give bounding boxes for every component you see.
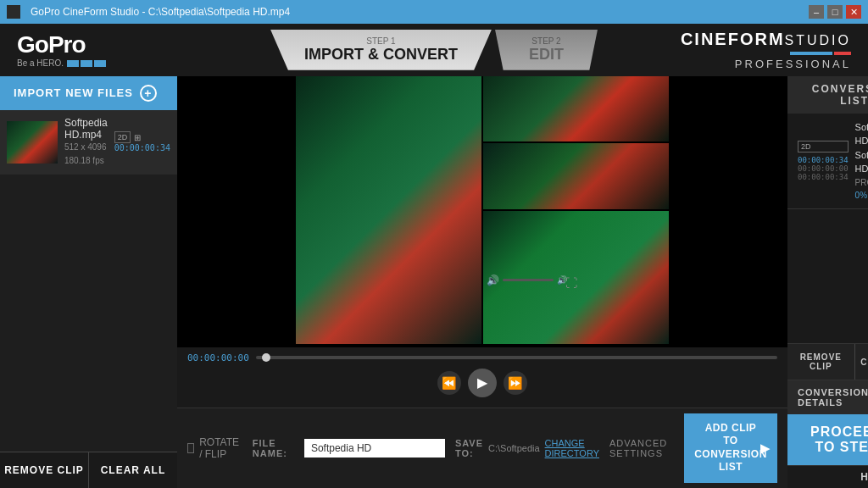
header: GoPro Be a HERO. STEP 1 IMPORT & CONVERT…	[0, 24, 868, 76]
save-to-group: SAVE TO: C:\Softpedia CHANGE DIRECTORY	[455, 438, 599, 458]
video-cell-main	[296, 76, 481, 344]
help-bar: HELP ?	[787, 465, 868, 488]
maximize-button[interactable]: □	[827, 5, 843, 19]
main-content: IMPORT NEW FILES + Softpedia HD.mp4 512 …	[0, 76, 868, 488]
proceed-to-step-button[interactable]: PROCEEDTO STEP 2	[787, 414, 868, 465]
step2-name: EDIT	[529, 46, 564, 64]
file-list: Softpedia HD.mp4 512 x 4096 180.18 fps 2…	[0, 110, 177, 452]
conv-processing-label: PROCESSING 0%	[855, 176, 868, 202]
file-thumbnail	[7, 121, 58, 164]
import-btn-label: IMPORT NEW FILES	[14, 86, 133, 99]
conversion-list-header: CONVERSION LIST	[787, 76, 868, 114]
advanced-settings-link[interactable]: ADVANCED SETTINGS	[609, 438, 674, 458]
center-panel: 🔊 🔊 ⛶ 00:00:00:00 ⏪ ▶ ⏩	[177, 76, 787, 488]
step1-tab[interactable]: STEP 1 IMPORT & CONVERT	[270, 30, 492, 70]
bar2	[81, 60, 92, 67]
left-panel-bottom-buttons: REMOVE CLIP CLEAR ALL	[0, 452, 177, 488]
cf-bar-red	[834, 52, 851, 55]
conv-item-info: Softpedia HD.mp4 Softpedia HD.avi PROCES…	[855, 120, 868, 202]
title-bar: GoPro CineForm Studio - C:\Softpedia\Sof…	[0, 0, 868, 24]
minimize-button[interactable]: –	[809, 5, 824, 19]
volume-area: 🔊 🔊	[487, 274, 567, 286]
conv-filename1: Softpedia HD.mp4	[855, 120, 868, 148]
filename-label: FILE NAME:	[253, 438, 299, 458]
app-icon	[7, 5, 20, 19]
steps-container: STEP 1 IMPORT & CONVERT STEP 2 EDIT	[270, 30, 598, 70]
bottom-controls: ROTATE / FLIP FILE NAME: SAVE TO: C:\Sof…	[177, 408, 787, 488]
add-to-conversion-list-button[interactable]: ADD CLIP TO CONVERSION LIST ▶	[684, 413, 777, 483]
conv-processing-value: 0%	[855, 191, 867, 200]
add-btn-line1: ADD CLIP TO	[698, 422, 764, 448]
file-name: Softpedia HD.mp4	[64, 117, 108, 141]
file-dimension: 512 x 4096	[64, 141, 108, 154]
gopro-tagline: Be a HERO.	[17, 58, 106, 68]
gopro-logo: GoPro Be a HERO.	[17, 31, 106, 68]
cineform-logo: CINEFORM STUDIO PROFESSIONAL	[681, 30, 851, 70]
video-subcell-br	[483, 143, 669, 209]
clear-all-button[interactable]: CLEAR ALL	[89, 452, 177, 488]
change-directory-link[interactable]: CHANGE DIRECTORY	[545, 438, 599, 458]
import-new-files-button[interactable]: IMPORT NEW FILES +	[0, 76, 177, 110]
rewind-button[interactable]: ⏪	[437, 371, 461, 395]
saveto-path: C:\Softpedia	[488, 443, 540, 453]
filename-field-group: FILE NAME:	[253, 438, 445, 458]
conv-duration: 00:00:00:34	[798, 156, 849, 164]
right-remove-clip-button[interactable]: REMOVE CLIP	[787, 344, 855, 380]
conv-details-label: CONVERSION DETAILS	[798, 387, 868, 408]
conv-badge-2d: 2D	[798, 141, 849, 152]
remove-clip-button[interactable]: REMOVE CLIP	[0, 452, 89, 488]
fast-forward-button[interactable]: ⏩	[504, 371, 527, 395]
close-button[interactable]: ✕	[846, 5, 861, 19]
timeline-handle[interactable]	[262, 353, 270, 362]
fullscreen-button[interactable]: ⛶	[565, 276, 577, 290]
window-controls: – □ ✕	[809, 5, 861, 19]
volume-icon: 🔊	[487, 274, 499, 286]
filename-input[interactable]	[304, 439, 445, 458]
timeline-bar[interactable]	[256, 356, 777, 359]
cineform-brand: CINEFORM	[681, 30, 785, 49]
window-title: GoPro CineForm Studio - C:\Softpedia\Sof…	[31, 6, 290, 18]
conversion-list-spacer	[787, 209, 868, 343]
video-preview-area: 🔊 🔊 ⛶	[177, 76, 787, 347]
play-button[interactable]: ▶	[468, 369, 497, 397]
timeline: 00:00:00:00	[187, 352, 777, 363]
file-meta: 512 x 4096 180.18 fps	[64, 141, 108, 168]
step1-name: IMPORT & CONVERT	[304, 46, 458, 64]
step2-tab[interactable]: STEP 2 EDIT	[495, 30, 598, 70]
video-cell-right	[483, 76, 669, 209]
help-label: HELP	[860, 471, 868, 483]
add-btn-line2: CONVERSION LIST	[694, 448, 767, 474]
controls-area: 00:00:00:00 ⏪ ▶ ⏩	[177, 347, 787, 408]
cf-bar-blue	[790, 52, 832, 55]
conv-item-badges: 2D 00:00:00:34 00:00:00:00 00:00:00:34	[798, 141, 849, 181]
left-panel: IMPORT NEW FILES + Softpedia HD.mp4 512 …	[0, 76, 177, 488]
volume-bar[interactable]	[503, 279, 554, 281]
timecode-display: 00:00:00:00	[187, 352, 249, 363]
badge-camera: ⊞	[134, 133, 141, 142]
proceed-label: PROCEEDTO STEP	[810, 424, 868, 455]
gopro-brand-text: GoPro	[17, 31, 106, 58]
cineform-tier: PROFESSIONAL	[681, 58, 851, 70]
right-clear-all-button[interactable]: cLEAR ALL	[855, 344, 868, 380]
video-cell-bottom-right	[296, 346, 481, 347]
step2-label: STEP 2	[529, 36, 564, 46]
gopro-bars	[67, 60, 106, 67]
rotate-flip-checkbox[interactable]	[187, 443, 194, 453]
conv-timecode-start: 00:00:00:00	[798, 164, 849, 173]
file-details: Softpedia HD.mp4 512 x 4096 180.18 fps	[64, 117, 108, 168]
rotate-flip-label: ROTATE / FLIP	[199, 436, 242, 460]
rotate-flip-control: ROTATE / FLIP	[187, 436, 242, 460]
video-subcell-tr	[483, 76, 669, 142]
file-type-badges: 2D ⊞	[114, 131, 170, 143]
conversion-details-header: CONVERSION DETAILS ▲	[787, 380, 868, 414]
conversion-list-item: 2D 00:00:00:34 00:00:00:00 00:00:00:34 S…	[787, 114, 868, 209]
add-btn-arrow-icon: ▶	[760, 441, 771, 456]
bar3	[94, 60, 106, 67]
file-duration: 00:00:00:34	[114, 143, 170, 152]
file-list-item[interactable]: Softpedia HD.mp4 512 x 4096 180.18 fps 2…	[0, 110, 177, 175]
conv-timecode-end: 00:00:00:34	[798, 173, 849, 181]
step1-label: STEP 1	[304, 36, 458, 46]
cineform-studio: STUDIO	[785, 33, 851, 48]
right-panel: CONVERSION LIST 2D 00:00:00:34 00:00:00:…	[787, 76, 868, 488]
file-fps: 180.18 fps	[64, 154, 108, 168]
